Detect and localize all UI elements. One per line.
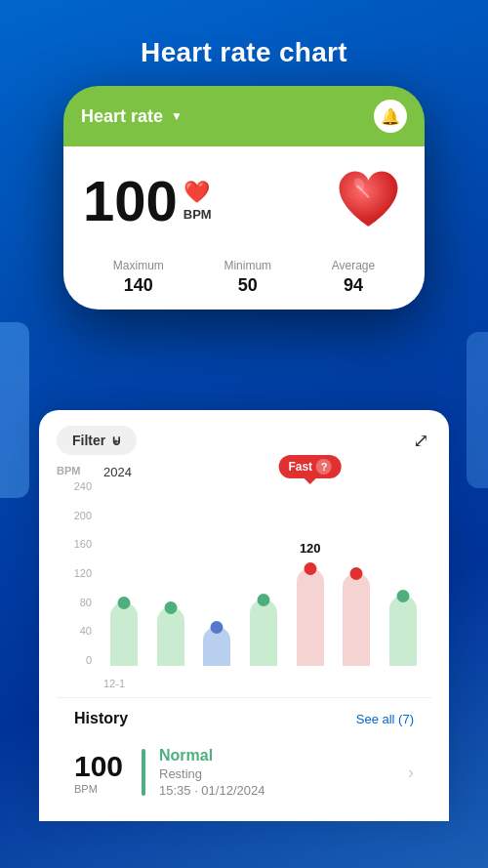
metrics-row: Maximum 140 Minimum 50 Average 94 [63, 253, 425, 310]
bpm-label: BPM [183, 207, 212, 222]
history-bpm: 100 [74, 750, 123, 783]
tooltip-label: Fast [288, 460, 312, 474]
bar-7 [389, 596, 417, 666]
y-label-0: 0 [57, 654, 98, 666]
history-details: Normal Resting 15:35 · 01/12/2024 [159, 747, 394, 798]
bpm-axis-label: BPM [57, 465, 80, 476]
chart-year: 2024 [103, 465, 132, 479]
history-status: Normal [159, 747, 394, 765]
heart-illustration [332, 164, 405, 237]
dot-7 [397, 590, 410, 602]
y-label-40: 40 [57, 625, 98, 637]
filter-button[interactable]: Filter ⊌ [57, 426, 137, 455]
y-axis: 240 200 160 120 80 40 0 [57, 480, 98, 666]
history-header: History See all (7) [74, 710, 414, 727]
filter-label: Filter [72, 433, 105, 448]
maximum-value: 140 [124, 275, 153, 296]
bar-group-5: Fast ? 120 [290, 484, 331, 666]
chart-card: Filter ⊌ ⤢ BPM 2024 240 200 160 120 80 4… [39, 410, 449, 821]
minimum-label: Minimum [224, 259, 271, 272]
bar-group-6 [337, 484, 378, 666]
bar-4 [250, 599, 277, 666]
chart-container: BPM 2024 240 200 160 120 80 40 0 [57, 465, 431, 689]
bar-wrapper-3 [196, 627, 237, 666]
phone-mockup: Heart rate ▼ 🔔 100 ❤️ BPM [63, 86, 425, 310]
green-bar-accent [142, 749, 145, 796]
bpm-display: 100 ❤️ BPM [83, 173, 212, 229]
bar-group-7 [383, 484, 424, 666]
bar-1 [110, 602, 138, 666]
history-bpm-block: 100 BPM [74, 750, 128, 795]
bar-wrapper-5: 120 [290, 568, 331, 666]
average-label: Average [332, 259, 375, 272]
bar-group-3 [196, 484, 237, 666]
dot-1 [117, 597, 130, 609]
y-label-160: 160 [57, 538, 98, 550]
maximum-label: Maximum [113, 259, 164, 272]
history-title: History [74, 710, 128, 727]
minimum-value: 50 [238, 275, 258, 296]
side-accent-left [0, 322, 29, 498]
bar-2 [157, 607, 184, 666]
chevron-right-icon: › [408, 763, 414, 783]
average-value: 94 [344, 275, 363, 296]
dot-2 [164, 601, 177, 614]
fast-tooltip: Fast ? [278, 455, 342, 478]
history-bpm-label: BPM [74, 783, 98, 795]
filter-icon: ⊌ [111, 433, 121, 448]
tooltip-question-icon: ? [316, 459, 332, 475]
bpm-unit-block: ❤️ BPM [183, 180, 212, 222]
dot-3 [211, 621, 224, 634]
bar-wrapper-6 [337, 573, 378, 666]
bell-button[interactable]: 🔔 [374, 100, 407, 133]
y-label-120: 120 [57, 567, 98, 579]
side-accent-right [467, 332, 488, 488]
bar-wrapper-1 [103, 602, 144, 666]
bell-icon: 🔔 [381, 107, 400, 126]
metric-minimum: Minimum 50 [224, 259, 271, 296]
dot-6 [350, 567, 363, 580]
header-title: Heart rate [81, 106, 163, 127]
page-title: Heart rate chart [141, 37, 347, 68]
bar-group-2 [150, 484, 191, 666]
metric-maximum: Maximum 140 [113, 259, 164, 296]
app-header: Heart rate ▼ 🔔 [63, 86, 425, 146]
heart-icon: ❤️ [183, 180, 210, 205]
dot-4 [258, 594, 270, 606]
y-label-80: 80 [57, 597, 98, 608]
bars-area: Fast ? 120 [103, 484, 424, 666]
expand-icon[interactable]: ⤢ [413, 429, 431, 452]
header-left: Heart rate ▼ [81, 106, 183, 127]
bar-6 [343, 573, 370, 666]
y-label-240: 240 [57, 480, 98, 492]
stats-area: 100 ❤️ BPM [63, 146, 425, 253]
history-section: History See all (7) 100 BPM Normal Resti… [57, 697, 431, 821]
bpm-number: 100 [83, 173, 178, 229]
history-item[interactable]: 100 BPM Normal Resting 15:35 · 01/12/202… [74, 739, 414, 806]
bar-wrapper-2 [150, 607, 191, 666]
y-label-200: 200 [57, 510, 98, 521]
history-sub2: 15:35 · 01/12/2024 [159, 783, 394, 798]
see-all-link[interactable]: See all (7) [356, 712, 414, 726]
bar-3 [203, 627, 230, 666]
bar-group-1 [103, 484, 144, 666]
bar-wrapper-7 [383, 596, 424, 666]
dot-5 [304, 562, 316, 575]
metric-average: Average 94 [332, 259, 375, 296]
bar-5: 120 [297, 568, 324, 666]
bar-wrapper-4 [243, 599, 284, 666]
history-sub1: Resting [159, 766, 394, 781]
dropdown-arrow-icon[interactable]: ▼ [171, 109, 183, 123]
bar-value-label: 120 [300, 541, 321, 556]
filter-row: Filter ⊌ ⤢ [57, 426, 431, 455]
question-mark: ? [321, 461, 328, 473]
bar-group-4 [243, 484, 284, 666]
x-label: 12-1 [103, 678, 125, 689]
